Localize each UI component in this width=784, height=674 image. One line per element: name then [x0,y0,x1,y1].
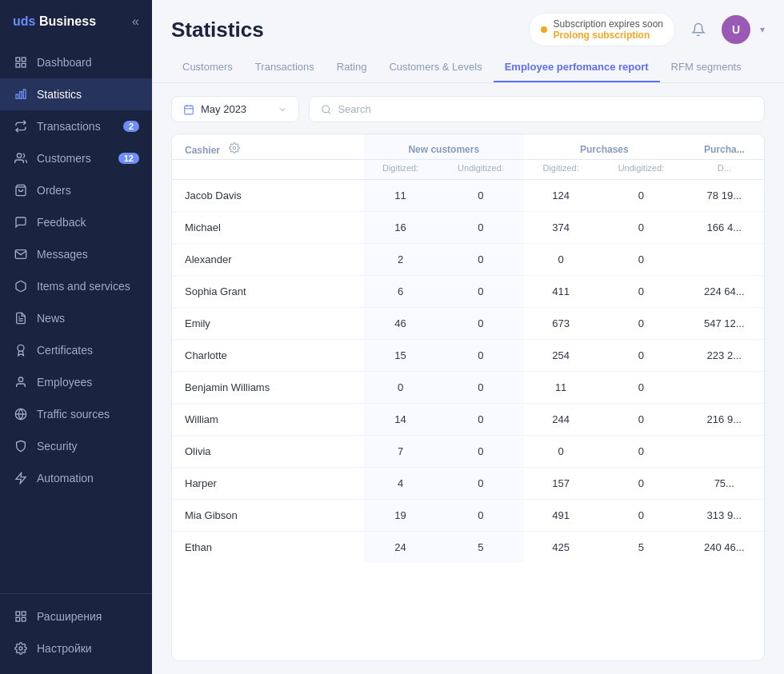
calendar-icon [183,104,194,115]
table-row: Benjamin Williams00110 [172,372,764,404]
tab-rfm-segments[interactable]: RFM segments [660,53,753,82]
main-content: Statistics Subscription expires soon Pro… [152,0,784,674]
settings-icon [13,640,29,656]
svg-rect-18 [22,617,26,621]
data-cell: 425 [524,532,598,564]
table-row: William1402440216 9... [172,404,764,436]
cashier-cell: Mia Gibson [172,500,364,532]
data-cell: 0 [438,212,524,244]
sidebar-item-news[interactable]: News [0,302,152,334]
subscription-badge[interactable]: Subscription expires soon Prolong subscr… [529,13,675,46]
sidebar-item-certificates[interactable]: Certificates [0,334,152,366]
date-picker[interactable]: May 2023 [171,96,299,122]
avatar-dropdown-icon[interactable]: ▾ [760,24,765,35]
sidebar-item-feedback[interactable]: Feedback [0,206,152,238]
new-customers-group-header: New customers [364,134,525,160]
sidebar-item-label: Настройки [37,642,92,655]
data-cell: 16 [364,212,438,244]
data-cell: 2 [364,244,438,276]
extensions-icon [13,608,29,624]
data-cell: 0 [438,372,524,404]
sidebar-item-label: Employees [37,376,92,389]
data-cell: 0 [598,372,684,404]
tab-customers[interactable]: Customers [171,53,244,82]
tabs-bar: Customers Transactions Rating Customers … [152,53,784,83]
table-row: Harper40157075... [172,468,764,500]
search-input[interactable] [338,103,753,115]
svg-point-12 [18,377,22,381]
sidebar-item-settings[interactable]: Настройки [0,632,152,664]
sidebar-item-automation[interactable]: Automation [0,462,152,494]
data-cell: 0 [598,180,684,212]
svg-point-20 [19,647,22,650]
data-cell: 223 2... [685,340,764,372]
sidebar-item-customers[interactable]: Customers 12 [0,142,152,174]
sidebar-item-extensions[interactable]: Расширения [0,600,152,632]
data-cell: 11 [524,372,598,404]
sidebar-item-transactions[interactable]: Transactions 2 [0,110,152,142]
notifications-button[interactable] [685,16,712,43]
sidebar-item-messages[interactable]: Messages [0,238,152,270]
table-body: Jacob Davis110124078 19...Michael1603740… [172,180,764,564]
table-row: Charlotte1502540223 2... [172,340,764,372]
svg-point-11 [18,345,24,351]
sidebar-item-items-services[interactable]: Items and services [0,270,152,302]
sidebar-item-statistics[interactable]: Statistics [0,78,152,110]
sidebar-item-label: Feedback [37,216,86,229]
data-cell [685,372,764,404]
page-header: Statistics Subscription expires soon Pro… [152,0,784,53]
tab-rating[interactable]: Rating [326,53,378,82]
table-row: Mia Gibson1904910313 9... [172,500,764,532]
data-cell: 254 [524,340,598,372]
data-cell: 19 [364,500,438,532]
search-icon [321,104,331,115]
box-icon [13,278,29,294]
sidebar-bottom: Расширения Настройки [0,593,152,674]
date-value: May 2023 [201,103,246,115]
prolong-link[interactable]: Prolong subscription [554,30,663,41]
data-cell: 374 [524,212,598,244]
sidebar-item-orders[interactable]: Orders [0,174,152,206]
cashier-cell: Sophia Grant [172,276,364,308]
data-cell: 411 [524,276,598,308]
app-logo: uds Business [13,14,96,29]
data-cell: 0 [438,468,524,500]
tab-transactions[interactable]: Transactions [244,53,326,82]
data-cell: 0 [598,340,684,372]
tab-customers-levels[interactable]: Customers & Levels [378,53,493,82]
svg-point-27 [234,146,237,150]
data-cell: 78 19... [685,180,764,212]
extra-subheader: D... [685,160,764,180]
data-cell: 0 [438,244,524,276]
shopping-bag-icon [13,182,29,198]
data-cell: 166 4... [685,212,764,244]
tab-employee-report[interactable]: Employee perfomance report [494,53,660,82]
search-box[interactable] [309,96,765,122]
data-cell [685,244,764,276]
data-cell: 15 [364,340,438,372]
sidebar-item-traffic-sources[interactable]: Traffic sources [0,398,152,430]
data-cell: 24 [364,532,438,564]
avatar[interactable]: U [722,15,750,44]
collapse-button[interactable]: « [132,14,139,29]
sidebar-item-dashboard[interactable]: Dashboard [0,46,152,78]
svg-rect-21 [185,106,194,114]
svg-rect-0 [16,58,20,62]
table-row: Ethan2454255240 46... [172,532,764,564]
new-dig-subheader: Digitized: [364,160,438,180]
table-row: Alexander2000 [172,244,764,276]
users-icon [13,150,29,166]
cashier-cell: Ethan [172,532,364,564]
cashier-settings-icon[interactable] [229,143,240,156]
data-cell: 124 [524,180,598,212]
cashier-subheader [172,160,364,180]
cashier-cell: William [172,404,364,436]
data-cell: 313 9... [685,500,764,532]
cashier-cell: Michael [172,212,364,244]
sidebar-item-security[interactable]: Security [0,430,152,462]
svg-line-26 [328,111,330,113]
table-row: Sophia Grant604110224 64... [172,276,764,308]
sidebar-item-employees[interactable]: Employees [0,366,152,398]
data-cell: 0 [438,340,524,372]
new-undig-subheader: Undigitized: [438,160,524,180]
